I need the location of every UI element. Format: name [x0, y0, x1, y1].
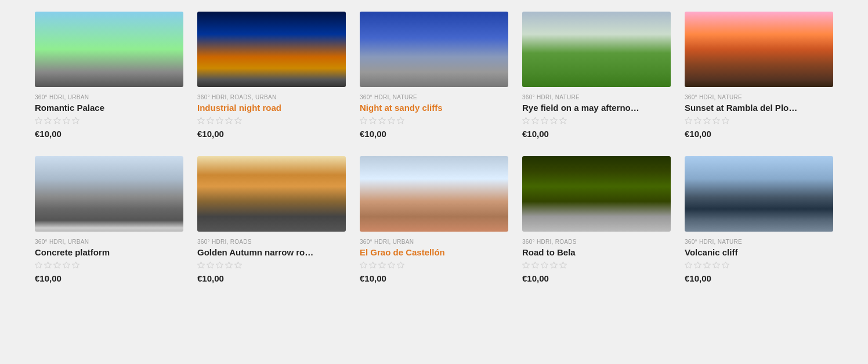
svg-marker-7	[216, 117, 223, 124]
star-icon	[216, 117, 223, 124]
svg-marker-3	[63, 117, 70, 124]
star-icon	[559, 261, 567, 269]
product-image	[360, 12, 508, 87]
star-icon	[53, 117, 61, 124]
star-icon	[35, 117, 42, 124]
product-price: €10,00	[197, 273, 346, 283]
svg-marker-37	[378, 262, 385, 268]
svg-marker-15	[522, 117, 529, 124]
product-image	[685, 12, 833, 87]
svg-marker-29	[72, 262, 79, 268]
product-image	[35, 12, 183, 87]
star-icon	[225, 261, 233, 269]
svg-marker-21	[694, 117, 701, 124]
star-icon	[72, 117, 79, 124]
svg-marker-49	[722, 262, 729, 268]
svg-marker-6	[207, 117, 214, 124]
star-icon	[722, 117, 729, 124]
product-tags: 360° HDRI, URBAN	[35, 94, 183, 100]
svg-marker-10	[360, 117, 367, 124]
product-image	[35, 156, 183, 232]
star-icon	[722, 261, 729, 269]
product-stars	[35, 117, 183, 124]
star-icon	[694, 261, 701, 269]
star-icon	[522, 261, 530, 269]
product-stars	[35, 261, 183, 269]
product-stars	[685, 261, 833, 269]
product-card-golden-autumn[interactable]: 360° HDRI, ROADS Golden Autumn narrow ro…	[197, 156, 346, 283]
svg-marker-22	[703, 117, 710, 124]
star-icon	[713, 117, 720, 124]
svg-marker-19	[559, 117, 566, 124]
product-card-volcanic-cliff[interactable]: 360° HDRI, NATURE Volcanic cliff €10,00	[685, 156, 833, 283]
svg-marker-40	[522, 262, 529, 268]
star-icon	[541, 261, 548, 269]
star-icon	[369, 117, 377, 124]
star-icon	[694, 117, 701, 124]
svg-marker-26	[44, 262, 51, 268]
svg-marker-45	[685, 262, 692, 268]
svg-marker-39	[397, 262, 404, 268]
svg-marker-1	[44, 117, 51, 124]
svg-marker-8	[225, 117, 232, 124]
product-card-concrete-platform[interactable]: 360° HDRI, URBAN Concrete platform €10,0…	[35, 156, 183, 283]
star-icon	[53, 261, 61, 269]
product-price: €10,00	[522, 273, 671, 283]
product-title: Industrial night road	[197, 103, 346, 113]
star-icon	[44, 261, 52, 269]
svg-marker-14	[397, 117, 404, 124]
product-price: €10,00	[360, 273, 508, 283]
star-icon	[685, 117, 692, 124]
star-icon	[216, 261, 223, 269]
product-image	[197, 12, 346, 87]
product-title: Volcanic cliff	[685, 247, 833, 258]
star-icon	[531, 261, 539, 269]
svg-marker-20	[685, 117, 692, 124]
product-title: Road to Bela	[522, 247, 671, 258]
product-card-road-bela[interactable]: 360° HDRI, ROADS Road to Bela €10,00	[522, 156, 671, 283]
product-title: Romantic Palace	[35, 103, 183, 113]
product-stars	[197, 261, 346, 269]
star-icon	[360, 261, 367, 269]
product-card-sunset-rambla[interactable]: 360° HDRI, NATURE Sunset at Rambla del P…	[685, 12, 833, 139]
svg-marker-47	[703, 262, 710, 268]
star-icon	[63, 261, 70, 269]
star-icon	[559, 117, 567, 124]
star-icon	[397, 261, 404, 269]
star-icon	[522, 117, 530, 124]
product-price: €10,00	[685, 129, 833, 139]
product-tags: 360° HDRI, ROADS, URBAN	[197, 94, 346, 100]
product-card-rye-field[interactable]: 360° HDRI, NATURE Rye field on a may aft…	[522, 12, 671, 139]
svg-marker-16	[531, 117, 538, 124]
star-icon	[713, 261, 720, 269]
product-tags: 360° HDRI, ROADS	[197, 239, 346, 245]
product-image	[197, 156, 346, 232]
svg-marker-12	[378, 117, 385, 124]
svg-marker-41	[531, 262, 538, 268]
product-tags: 360° HDRI, URBAN	[35, 239, 183, 245]
svg-marker-0	[35, 117, 42, 124]
star-icon	[550, 117, 558, 124]
svg-marker-48	[713, 262, 719, 268]
star-icon	[35, 261, 42, 269]
product-card-el-grao[interactable]: 360° HDRI, URBAN El Grao de Castellón €1…	[360, 156, 508, 283]
product-stars	[685, 117, 833, 124]
star-icon	[63, 117, 70, 124]
product-card-night-sandy-cliffs[interactable]: 360° HDRI, NATURE Night at sandy cliffs …	[360, 12, 508, 139]
product-title: Sunset at Rambla del Plo…	[685, 103, 833, 113]
svg-marker-13	[388, 117, 395, 124]
product-stars	[522, 117, 671, 124]
product-tags: 360° HDRI, NATURE	[685, 94, 833, 100]
product-stars	[522, 261, 671, 269]
star-icon	[541, 117, 548, 124]
product-card-romantic-palace[interactable]: 360° HDRI, URBAN Romantic Palace €10,00	[35, 12, 183, 139]
svg-marker-5	[197, 117, 204, 124]
product-price: €10,00	[197, 129, 346, 139]
svg-marker-31	[207, 262, 214, 268]
star-icon	[197, 261, 205, 269]
product-grid: 360° HDRI, URBAN Romantic Palace €10,00	[35, 12, 833, 283]
product-title: El Grao de Castellón	[360, 247, 508, 258]
svg-marker-36	[369, 262, 376, 268]
svg-marker-30	[197, 262, 204, 268]
product-card-industrial-night-road[interactable]: 360° HDRI, ROADS, URBAN Industrial night…	[197, 12, 346, 139]
